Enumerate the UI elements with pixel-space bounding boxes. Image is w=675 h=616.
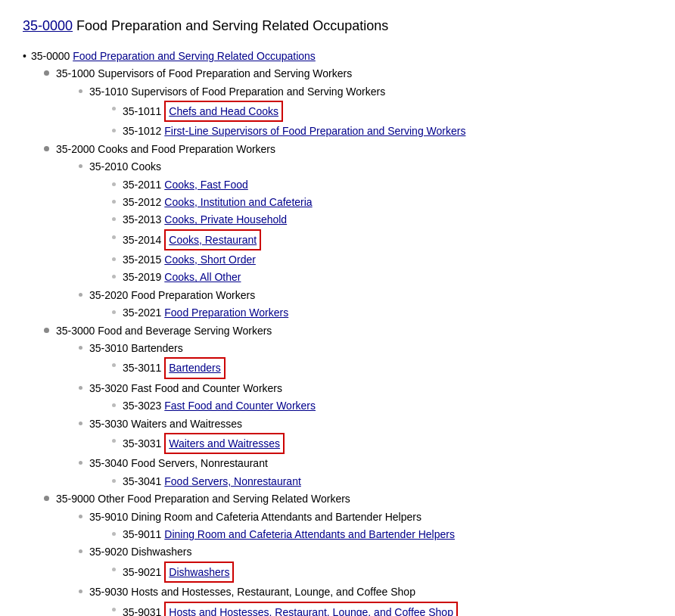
occupation-label: Fast Food and Counter Workers [131,382,282,394]
occupation-code: 35-3000 [56,325,95,337]
occupation-label: Other Food Preparation and Serving Relat… [98,493,350,505]
occupation-link[interactable]: Cooks, Private Household [164,213,287,226]
boxed-link-wrapper: Hosts and Hostesses, Restaurant, Lounge,… [164,602,458,616]
list-item: 35-9010 Dining Room and Cafeteria Attend… [77,509,652,543]
occupation-label: Supervisors of Food Preparation and Serv… [98,67,352,79]
list-item: 35-2015 Cooks, Short Order [110,251,652,268]
occupation-code: 35-9031 [123,606,161,616]
occupation-code: 35-3041 [123,475,161,487]
occupation-code: 35-2020 [89,289,128,301]
list-item: 35-1011 Chefs and Head Cooks [110,101,652,122]
list-item: 35-3010 Bartenders35-3011 Bartenders [77,340,652,379]
occupation-link[interactable]: Dishwashers [169,566,229,578]
occupation-code: 35-3031 [123,437,161,450]
list-item: 35-2012 Cooks, Institution and Cafeteria [110,194,652,210]
list-item: 35-1012 First-Line Supervisors of Food P… [110,123,652,139]
list-item: 35-3020 Fast Food and Counter Workers35-… [77,380,652,415]
occupation-label: Dining Room and Cafeteria Attendants and… [131,511,421,523]
list-item: 35-2021 Food Preparation Workers [110,304,652,321]
occupation-code: 35-2021 [123,306,161,319]
occupation-code: 35-2019 [123,271,161,283]
list-item: 35-3031 Waiters and Waitresses [110,433,652,454]
list-item: 35-9031 Hosts and Hostesses, Restaurant,… [110,602,652,616]
boxed-link-wrapper: Waiters and Waitresses [164,433,285,454]
boxed-link-wrapper: Cooks, Restaurant [164,229,261,250]
occupation-label: Food and Beverage Serving Workers [98,325,272,337]
occupation-code: 35-2010 [89,160,128,173]
occupation-link[interactable]: Fast Food and Counter Workers [164,400,316,412]
list-item: 35-2014 Cooks, Restaurant [110,229,652,250]
occupation-code: 35-0000 [31,50,70,62]
list-item: 35-3011 Bartenders [110,357,652,378]
occupation-link[interactable]: Cooks, Fast Food [164,179,248,191]
list-item: 35-9011 Dining Room and Cafeteria Attend… [110,526,652,543]
list-item: 35-2019 Cooks, All Other [110,269,652,285]
occupation-code: 35-9011 [123,528,161,540]
list-item: 35-3041 Food Servers, Nonrestaurant [110,473,652,490]
occupation-link[interactable]: Hosts and Hostesses, Restaurant, Lounge,… [169,606,453,616]
title-link[interactable]: 35-0000 [23,18,73,33]
occupation-code: 35-3023 [123,400,161,412]
occupation-label: Waiters and Waitresses [131,418,242,430]
occupation-link[interactable]: Bartenders [169,362,220,374]
list-item: 35-2011 Cooks, Fast Food [110,176,652,193]
occupation-link[interactable]: Cooks, Institution and Cafeteria [164,196,312,208]
occupation-code: 35-9010 [89,511,128,523]
occupation-link[interactable]: Dining Room and Cafeteria Attendants and… [164,528,455,540]
list-item: 35-2010 Cooks35-2011 Cooks, Fast Food35-… [77,158,652,286]
list-item: 35-2013 Cooks, Private Household [110,211,652,228]
occupation-code: 35-2011 [123,179,161,191]
occupation-code: 35-9020 [89,546,128,558]
list-item: 35-1000 Supervisors of Food Preparation … [44,65,652,140]
occupation-link[interactable]: Waiters and Waitresses [169,437,280,450]
occupation-link[interactable]: Chefs and Head Cooks [169,105,278,117]
list-item: 35-9000 Other Food Preparation and Servi… [44,490,652,616]
occupation-link[interactable]: First-Line Supervisors of Food Preparati… [164,125,465,137]
occupation-code: 35-1000 [56,67,95,79]
occupation-link[interactable]: Cooks, All Other [164,271,241,283]
occupation-code: 35-2013 [123,213,161,226]
list-item: 35-0000 Food Preparation and Serving Rel… [23,48,652,616]
occupation-link[interactable]: Cooks, Restaurant [169,234,257,246]
occupation-code: 35-3030 [89,418,128,430]
occupation-code: 35-3010 [89,342,128,354]
occupation-code: 35-2012 [123,196,161,208]
boxed-link-wrapper: Chefs and Head Cooks [164,101,283,122]
occupation-code: 35-9000 [56,493,95,505]
list-item: 35-3040 Food Servers, Nonrestaurant35-30… [77,455,652,490]
list-item: 35-3023 Fast Food and Counter Workers [110,397,652,414]
list-item: 35-9030 Hosts and Hostesses, Restaurant,… [77,583,652,616]
occupation-code: 35-1011 [123,105,161,117]
occupation-code: 35-3011 [123,362,161,374]
occupation-label: Bartenders [131,342,182,354]
list-item: 35-2020 Food Preparation Workers35-2021 … [77,287,652,322]
occupation-label: Food Preparation Workers [131,289,255,301]
occupation-label: Dishwashers [131,546,191,558]
occupation-label: Cooks and Food Preparation Workers [98,143,275,155]
occupation-link[interactable]: Food Preparation and Serving Related Occ… [73,50,316,62]
list-item: 35-3030 Waiters and Waitresses35-3031 Wa… [77,415,652,455]
occupation-code: 35-3040 [89,457,128,469]
occupation-link[interactable]: Food Servers, Nonrestaurant [164,475,301,487]
occupation-code: 35-9030 [89,586,128,598]
occupation-label: Supervisors of Food Preparation and Serv… [131,86,385,98]
occupation-label: Hosts and Hostesses, Restaurant, Lounge,… [131,586,415,598]
occupation-code: 35-1010 [89,86,128,98]
occupation-label: Food Servers, Nonrestaurant [131,457,268,469]
occupation-label: Cooks [131,160,161,173]
occupation-code: 35-3020 [89,382,128,394]
list-item: 35-2000 Cooks and Food Preparation Worke… [44,141,652,322]
occupation-link[interactable]: Food Preparation Workers [164,306,288,319]
list-item: 35-9021 Dishwashers [110,562,652,583]
list-item: 35-3000 Food and Beverage Serving Worker… [44,322,652,490]
occupation-code: 35-9021 [123,566,161,578]
occupation-code: 35-1012 [123,125,161,137]
occupation-code: 35-2014 [123,234,161,246]
occupation-code: 35-2015 [123,254,161,266]
occupation-link[interactable]: Cooks, Short Order [164,254,256,266]
boxed-link-wrapper: Bartenders [164,357,225,378]
occupation-code: 35-2000 [56,143,95,155]
list-item: 35-9020 Dishwashers35-9021 Dishwashers [77,543,652,583]
boxed-link-wrapper: Dishwashers [164,562,234,583]
list-item: 35-1010 Supervisors of Food Preparation … [77,83,652,140]
